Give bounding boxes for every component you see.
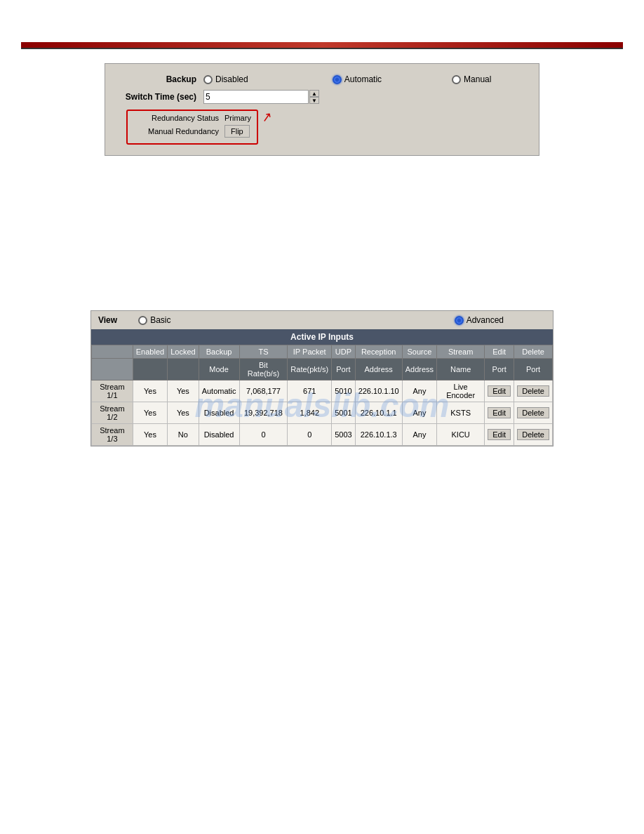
table-header-row1: Enabled Locked Backup TS IP Packet UDP R… <box>92 345 553 359</box>
source-addr-cell-3: Any <box>402 424 436 446</box>
view-label: View <box>98 315 117 325</box>
manual-radio[interactable] <box>452 75 461 84</box>
source-addr-cell-2: Any <box>402 402 436 424</box>
col-sub-delete-port: Port <box>514 359 553 380</box>
delete-cell-2: Delete <box>514 402 553 424</box>
manual-option[interactable]: Manual <box>452 74 491 84</box>
col-header-ts: TS <box>239 345 288 359</box>
active-ip-inputs-header: Active IP Inputs <box>91 329 553 345</box>
col-header-backup: Backup <box>199 345 239 359</box>
redundancy-status-row: Redundancy Status Primary <box>133 114 251 122</box>
col-header-source: Source <box>402 345 436 359</box>
col-sub-address: Address <box>355 359 402 380</box>
advanced-option[interactable]: Advanced <box>455 315 504 325</box>
basic-radio[interactable] <box>138 316 147 325</box>
red-arrow-icon: ↗ <box>260 109 274 126</box>
col-stream-label <box>92 359 133 380</box>
spacer <box>21 177 623 289</box>
edit-button-1[interactable]: Edit <box>488 385 511 397</box>
backup-mode-cell-2: Disabled <box>199 402 239 424</box>
spinner-down[interactable]: ▼ <box>309 97 319 104</box>
manual-redundancy-row: Manual Redundancy Flip <box>133 125 251 138</box>
backup-mode-cell-1: Automatic <box>199 380 239 402</box>
col-header-stream: Stream <box>437 345 485 359</box>
basic-label: Basic <box>150 315 170 325</box>
backup-radio-group: Disabled Automatic Manual <box>203 74 525 84</box>
ip-inputs-table: Enabled Locked Backup TS IP Packet UDP R… <box>91 345 553 446</box>
enabled-cell-3: Yes <box>133 424 167 446</box>
locked-cell-1: Yes <box>168 380 199 402</box>
automatic-radio[interactable] <box>333 75 342 84</box>
stream-label-2: Stream 1/2 <box>92 402 133 424</box>
enabled-cell-2: Yes <box>133 402 167 424</box>
col-sub-pktrate: Rate(pkt/s) <box>288 359 332 380</box>
col-sub-src-address: Address <box>402 359 436 380</box>
col-stream-label <box>92 345 133 359</box>
delete-cell-1: Delete <box>514 380 553 402</box>
table-row: Stream 1/3YesNoDisabled005003226.10.1.3A… <box>92 424 553 446</box>
backup-label: Backup <box>119 74 203 84</box>
switch-time-input[interactable] <box>203 90 309 104</box>
stream-name-cell-3: KICU <box>437 424 485 446</box>
redundancy-highlight-box: Redundancy Status Primary Manual Redunda… <box>126 110 258 145</box>
ts-bitrate-cell-2: 19,392,718 <box>239 402 288 424</box>
udp-port-cell-2: 5001 <box>332 402 355 424</box>
enabled-cell-1: Yes <box>133 380 167 402</box>
disabled-radio[interactable] <box>203 75 213 84</box>
backup-row: Backup Disabled Automatic Manual <box>119 74 525 84</box>
col-sub-locked <box>168 359 199 380</box>
col-header-udp: UDP <box>332 345 355 359</box>
reception-addr-cell-3: 226.10.1.3 <box>355 424 402 446</box>
backup-panel: Backup Disabled Automatic Manual <box>105 63 539 156</box>
source-addr-cell-1: Any <box>402 380 436 402</box>
advanced-label: Advanced <box>467 315 504 325</box>
delete-button-3[interactable]: Delete <box>517 429 549 440</box>
col-sub-name: Name <box>437 359 485 380</box>
edit-button-3[interactable]: Edit <box>488 429 511 440</box>
automatic-option[interactable]: Automatic <box>333 74 382 84</box>
edit-cell-1: Edit <box>485 380 514 402</box>
disabled-option[interactable]: Disabled <box>203 74 248 84</box>
spinner-control: ▲ ▼ <box>309 90 319 104</box>
stream-label-1: Stream 1/1 <box>92 380 133 402</box>
delete-cell-3: Delete <box>514 424 553 446</box>
flip-button[interactable]: Flip <box>224 125 250 138</box>
manual-redundancy-label: Manual Redundancy <box>133 127 224 135</box>
stream-name-cell-1: Live Encoder <box>437 380 485 402</box>
stream-label-3: Stream 1/3 <box>92 424 133 446</box>
switch-time-label: Switch Time (sec) <box>119 92 203 102</box>
view-header-row: View Basic Advanced <box>91 311 553 329</box>
ip-pkt-rate-cell-3: 0 <box>288 424 332 446</box>
edit-button-2[interactable]: Edit <box>488 407 511 418</box>
delete-button-1[interactable]: Delete <box>517 385 549 397</box>
redundancy-status-value: Primary <box>224 114 251 122</box>
col-header-enabled: Enabled <box>133 345 167 359</box>
basic-option[interactable]: Basic <box>138 315 170 325</box>
col-sub-edit-port: Port <box>485 359 514 380</box>
view-panel: View Basic Advanced Active IP Inputs Ena… <box>90 310 554 446</box>
udp-port-cell-3: 5003 <box>332 424 355 446</box>
col-sub-enabled <box>133 359 167 380</box>
edit-cell-3: Edit <box>485 424 514 446</box>
col-header-edit: Edit <box>485 345 514 359</box>
col-sub-bitrate: Bit Rate(b/s) <box>239 359 288 380</box>
table-row: Stream 1/1YesYesAutomatic7,068,177671501… <box>92 380 553 402</box>
table-row: Stream 1/2YesYesDisabled19,392,7181,8425… <box>92 402 553 424</box>
redundancy-status-label: Redundancy Status <box>133 114 224 122</box>
table-header-row2: Mode Bit Rate(b/s) Rate(pkt/s) Port Addr… <box>92 359 553 380</box>
ts-bitrate-cell-1: 7,068,177 <box>239 380 288 402</box>
advanced-radio[interactable] <box>455 316 464 325</box>
locked-cell-2: Yes <box>168 402 199 424</box>
manual-label: Manual <box>464 74 491 84</box>
backup-mode-cell-3: Disabled <box>199 424 239 446</box>
spinner-up[interactable]: ▲ <box>309 90 319 97</box>
top-bar-red <box>21 42 623 48</box>
udp-port-cell-1: 5010 <box>332 380 355 402</box>
col-header-locked: Locked <box>168 345 199 359</box>
col-sub-port: Port <box>332 359 355 380</box>
col-header-delete: Delete <box>514 345 553 359</box>
switch-time-row: Switch Time (sec) ▲ ▼ <box>119 90 525 104</box>
delete-button-2[interactable]: Delete <box>517 407 549 418</box>
disabled-label: Disabled <box>215 74 248 84</box>
ip-pkt-rate-cell-1: 671 <box>288 380 332 402</box>
